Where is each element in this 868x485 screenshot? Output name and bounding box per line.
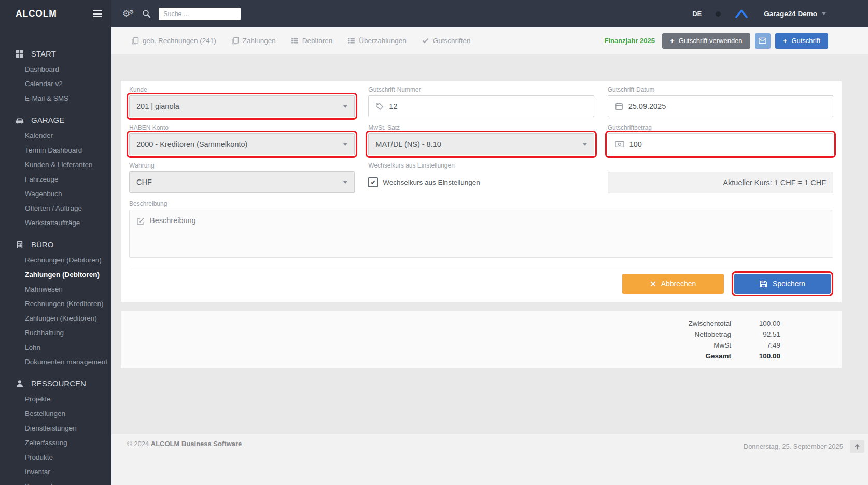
- kurs-info-box: Aktueller Kurs: 1 CHF = 1 CHF: [608, 172, 833, 193]
- totals-card: Zwischentotal100.00Nettobetrag92.51MwSt7…: [121, 311, 842, 368]
- gutschriftbetrag-label: Gutschriftbetrag: [608, 124, 833, 131]
- waehrung-field: Währung CHF: [129, 162, 355, 193]
- kunde-value: 201 | gianola: [136, 102, 179, 110]
- wechselkurs-label: Wechselkurs aus Einstellungen: [368, 162, 594, 169]
- mwst-satz-select[interactable]: MAT/DL (NS) - 8.10: [368, 133, 594, 155]
- sidebar-item-zeiterfassung[interactable]: Zeiterfassung: [0, 435, 111, 450]
- sidebar-item-wagenbuch[interactable]: Wagenbuch: [0, 186, 111, 201]
- chevron-down-icon: [822, 12, 826, 15]
- save-floppy-icon: [760, 280, 767, 288]
- topbar: ⚙⚙ DE Garage24 Demo: [111, 0, 868, 27]
- sidebar-section-header-b-ro[interactable]: BÜRO: [0, 237, 111, 253]
- wechselkurs-checkbox[interactable]: ✔: [368, 177, 378, 187]
- table-icon: [291, 37, 299, 45]
- gutschrift-nummer-input[interactable]: 12: [368, 95, 594, 117]
- grid-icon: [15, 50, 24, 58]
- sidebar-item-buchhaltung[interactable]: Buchhaltung: [0, 325, 111, 340]
- calendar-icon: [615, 102, 623, 110]
- beschreibung-input[interactable]: Beschreibung: [129, 210, 833, 258]
- account-menu[interactable]: Garage24 Demo: [764, 10, 826, 18]
- mwst-satz-field: MwSt. Satz MAT/DL (NS) - 8.10: [368, 124, 594, 155]
- sidebar-section-header-ressourcen[interactable]: RESSOURCEN: [0, 376, 111, 392]
- tab-geb-rechnungen-241[interactable]: geb. Rechnungen (241): [131, 37, 216, 45]
- sidebar-item-zahlungen-kreditoren[interactable]: Zahlungen (Kreditoren): [0, 311, 111, 325]
- sidebar-item-zahlungen-debitoren[interactable]: Zahlungen (Debitoren): [0, 267, 111, 282]
- user-icon: [15, 380, 24, 388]
- totals-row-zwischentotal: Zwischentotal100.00: [129, 318, 780, 329]
- waehrung-select[interactable]: CHF: [129, 171, 355, 193]
- menu-toggle-icon[interactable]: [93, 10, 102, 18]
- envelope-icon: [759, 37, 766, 44]
- sidebar-section-garage: GARAGEKalenderTermin DashboardKunden & L…: [0, 112, 111, 230]
- money-icon: [615, 141, 624, 148]
- sidebar-item-e-mail-sms[interactable]: E-Mail & SMS: [0, 91, 111, 105]
- copyright: © 2024 ALCOLM Business Software: [127, 440, 242, 448]
- cancel-label: Abbrechen: [661, 280, 696, 288]
- cancel-button[interactable]: Abbrechen: [622, 274, 724, 294]
- tab-gutschriften[interactable]: Gutschriften: [422, 37, 471, 45]
- pencil-icon: [136, 217, 145, 226]
- search-input[interactable]: [159, 8, 241, 20]
- sidebar: ALCOLM STARTDashboardCalendar v2E-Mail &…: [0, 0, 111, 485]
- search-icon[interactable]: [142, 9, 151, 18]
- gutschrift-datum-input[interactable]: 25.09.2025: [608, 95, 833, 117]
- gutschriftbetrag-input[interactable]: 100: [608, 133, 833, 155]
- plus-icon: +: [783, 37, 788, 45]
- email-button[interactable]: [755, 33, 771, 49]
- sidebar-section-header-garage[interactable]: GARAGE: [0, 112, 111, 128]
- beschreibung-field: Beschreibung Beschreibung: [129, 200, 833, 258]
- tab-berzahlungen[interactable]: Überzahlungen: [347, 37, 407, 45]
- scroll-top-button[interactable]: [850, 440, 864, 453]
- totals-row-mwst: MwSt7.49: [129, 340, 780, 351]
- footer: © 2024 ALCOLM Business Software Donnerst…: [111, 434, 868, 485]
- sidebar-item-inventar[interactable]: Inventar: [0, 464, 111, 479]
- gutschrift-form-card: Kunde 201 | gianola Gutschrift-Nummer: [121, 81, 842, 302]
- sidebar-item-personal[interactable]: Personal: [0, 479, 111, 485]
- sidebar-item-rechnungen-kreditoren[interactable]: Rechnungen (Kreditoren): [0, 296, 111, 311]
- copyright-year: © 2024: [127, 440, 149, 448]
- tag-icon: [375, 102, 384, 110]
- finanzjahr-label: Finanzjahr 2025: [604, 37, 655, 45]
- settings-gears-icon[interactable]: ⚙⚙: [122, 9, 134, 18]
- sidebar-item-lohn[interactable]: Lohn: [0, 340, 111, 354]
- gutschrift-verwenden-button[interactable]: + Gutschrift verwenden: [662, 33, 750, 49]
- sidebar-section-ressourcen: RESSOURCENProjekteBestellungenDienstleis…: [0, 376, 111, 485]
- sidebar-item-werkstattauftr-ge[interactable]: Werkstattaufträge: [0, 215, 111, 230]
- topbar-right: DE Garage24 Demo: [692, 9, 826, 18]
- clone-icon: [231, 37, 239, 45]
- chevron-down-icon: [343, 143, 347, 146]
- sidebar-item-termin-dashboard[interactable]: Termin Dashboard: [0, 143, 111, 157]
- gutschrift-datum-label: Gutschrift-Datum: [608, 86, 833, 93]
- sidebar-item-mahnwesen[interactable]: Mahnwesen: [0, 282, 111, 296]
- sidebar-item-dashboard[interactable]: Dashboard: [0, 62, 111, 76]
- new-gutschrift-button[interactable]: + Gutschrift: [775, 33, 828, 49]
- sidebar-section-header-start[interactable]: START: [0, 46, 111, 62]
- tab-debitoren[interactable]: Debitoren: [291, 37, 333, 45]
- language-selector[interactable]: DE: [692, 10, 702, 18]
- totals-label: MwSt: [713, 340, 731, 351]
- beschreibung-placeholder: Beschreibung: [150, 216, 196, 225]
- totals-label: Nettobetrag: [694, 329, 731, 340]
- sidebar-item-projekte[interactable]: Projekte: [0, 392, 111, 406]
- sidebar-item-dienstleistungen[interactable]: Dienstleistungen: [0, 421, 111, 435]
- sidebar-item-offerten-auftr-ge[interactable]: Offerten / Aufträge: [0, 201, 111, 215]
- sidebar-item-produkte[interactable]: Produkte: [0, 450, 111, 464]
- tab-list: geb. Rechnungen (241)ZahlungenDebitorenÜ…: [131, 37, 471, 45]
- sidebar-item-fahrzeuge[interactable]: Fahrzeuge: [0, 172, 111, 186]
- sidebar-item-dokumenten-management[interactable]: Dokumenten management: [0, 354, 111, 369]
- haben-konto-field: HABEN Konto 2000 - Kreditoren (Sammelkon…: [129, 124, 355, 155]
- kunde-label: Kunde: [129, 86, 355, 93]
- app-window: ALCOLM STARTDashboardCalendar v2E-Mail &…: [0, 0, 868, 485]
- sidebar-item-kunden-lieferanten[interactable]: Kunden & Lieferanten: [0, 157, 111, 172]
- sidebar-item-bestellungen[interactable]: Bestellungen: [0, 406, 111, 421]
- haben-konto-select[interactable]: 2000 - Kreditoren (Sammelkonto): [129, 133, 355, 155]
- totals-value: 100.00: [731, 351, 780, 362]
- kunde-select[interactable]: 201 | gianola: [129, 95, 355, 117]
- waehrung-value: CHF: [136, 178, 152, 186]
- sidebar-item-kalender[interactable]: Kalender: [0, 128, 111, 143]
- sidebar-item-calendar-v2[interactable]: Calendar v2: [0, 76, 111, 91]
- tab-zahlungen[interactable]: Zahlungen: [231, 37, 276, 45]
- sidebar-item-rechnungen-debitoren[interactable]: Rechnungen (Debitoren): [0, 253, 111, 267]
- save-button[interactable]: Speichern: [734, 274, 831, 294]
- x-icon: [650, 281, 656, 287]
